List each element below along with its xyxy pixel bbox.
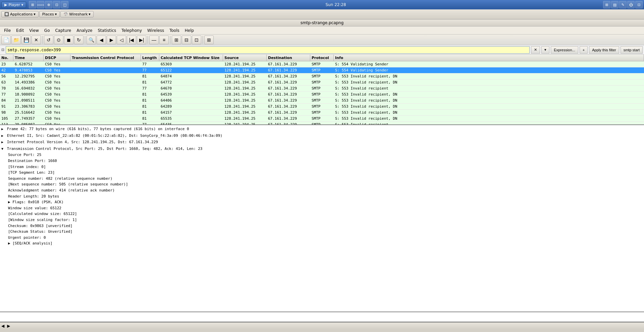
- toolbar-capture-options[interactable]: ⊙: [54, 36, 63, 44]
- toolbar-prev-mark[interactable]: ◁: [117, 36, 126, 44]
- col-header-protocol[interactable]: Transmission Control Protocol: [70, 55, 141, 61]
- sys-right-icon-1[interactable]: ⊞: [603, 1, 610, 8]
- toolbar-sep-2: [85, 36, 85, 44]
- cell-dest: 67.161.34.229: [267, 67, 310, 73]
- toolbar-next[interactable]: ▶: [107, 36, 116, 44]
- packet-row[interactable]: 70 16.694032 CS0 Yes 77 64670 128.241.19…: [0, 86, 644, 92]
- menu-view[interactable]: View: [26, 27, 41, 34]
- cell-source: 128.241.194.25: [223, 116, 267, 121]
- wireshark-window: smtp-strange.pcapng File Edit View Go Ca…: [0, 19, 644, 329]
- col-header-window[interactable]: Calculated TCP Window Size: [159, 55, 223, 61]
- packet-row[interactable]: 91 23.306783 CS0 Yes 81 64289 128.241.19…: [0, 104, 644, 110]
- toolbar-prev[interactable]: ◀: [97, 36, 106, 44]
- frame-expand-arrow: ▶: [1, 126, 3, 132]
- toolbar-stop[interactable]: ◼: [64, 36, 73, 44]
- filter-apply-btn[interactable]: Apply this filter: [589, 46, 619, 54]
- applications-menu[interactable]: 🔲 Applications ▾: [1, 11, 39, 17]
- cell-dscp: CS0 Yes: [44, 122, 70, 125]
- cell-window: 64772: [159, 79, 223, 85]
- filter-input[interactable]: [6, 46, 530, 54]
- sys-icon-1[interactable]: ⊞: [29, 1, 36, 8]
- detail-frame-section[interactable]: ▶ Frame 42: 77 bytes on wire (616 bits),…: [0, 126, 644, 132]
- toolbar-zoom-in[interactable]: ⊞: [172, 36, 181, 44]
- cell-dest: 67.161.34.229: [267, 61, 310, 67]
- menu-file[interactable]: File: [1, 27, 13, 34]
- toolbar-close[interactable]: ✕: [32, 36, 41, 44]
- cell-window: 65369: [159, 61, 223, 67]
- packet-row[interactable]: 23 6.628752 CS0 Yes 77 65369 128.241.194…: [0, 61, 644, 67]
- col-header-info[interactable]: Info: [334, 55, 644, 61]
- toolbar-colorize[interactable]: —: [149, 36, 159, 44]
- toolbar-zoom-out[interactable]: ⊟: [182, 36, 191, 44]
- detail-ethernet-section[interactable]: ▶ Ethernet II, Src: Cadant_22:a5:82 (00:…: [0, 132, 644, 139]
- status-scroll-right[interactable]: ▶: [7, 324, 10, 328]
- packet-row[interactable]: 63 14.493386 CS0 Yes 81 64772 128.241.19…: [0, 79, 644, 86]
- toolbar-autoscroll[interactable]: ≡: [159, 36, 169, 44]
- packet-row[interactable]: 77 18.900092 CS0 Yes 81 64539 128.241.19…: [0, 92, 644, 98]
- cell-prot: SMTP: [310, 116, 334, 121]
- packet-row[interactable]: 113 29.985007 CS0 Yes 77 65435 128.241.1…: [0, 122, 644, 125]
- col-header-no[interactable]: No.: [0, 55, 13, 61]
- packet-row[interactable]: 98 25.516642 CS0 Yes 81 64157 128.241.19…: [0, 110, 644, 116]
- packet-row[interactable]: 56 12.292795 CS0 Yes 81 64874 128.241.19…: [0, 73, 644, 79]
- toolbar-save[interactable]: 💾: [21, 36, 31, 44]
- packet-row[interactable]: 105 27.749357 CS0 Yes 81 65535 128.241.1…: [0, 116, 644, 122]
- toolbar-search[interactable]: 🔍: [87, 36, 96, 44]
- filter-start-btn[interactable]: smtp start: [621, 46, 643, 54]
- sys-icon-2[interactable]: ▭▭: [37, 1, 44, 8]
- menu-telephony[interactable]: Telephony: [119, 27, 145, 34]
- tcp-flags[interactable]: ▶ Flags: 0x018 (PSH, ACK): [0, 199, 644, 205]
- filter-clear-btn[interactable]: ✕: [531, 46, 540, 54]
- toolbar-first[interactable]: |◀: [127, 36, 136, 44]
- col-header-source[interactable]: Source: [223, 55, 267, 61]
- cell-source: 128.241.194.25: [223, 104, 267, 109]
- packet-row[interactable]: 84 21.098511 CS0 Yes 81 64406 128.241.19…: [0, 98, 644, 104]
- toolbar-zoom-normal[interactable]: ⊡: [192, 36, 201, 44]
- menu-tools[interactable]: Tools: [167, 27, 182, 34]
- toolbar-new[interactable]: 📄: [1, 36, 11, 44]
- detail-pane[interactable]: ▶ Frame 42: 77 bytes on wire (616 bits),…: [0, 125, 644, 312]
- ethernet-label: Ethernet II, Src: Cadant_22:a5:82 (00:01…: [7, 133, 222, 138]
- cell-length: 81: [141, 92, 159, 97]
- toolbar-restart[interactable]: ↻: [74, 36, 84, 44]
- col-header-prot[interactable]: Protocol: [310, 55, 334, 61]
- window-title: smtp-strange.pcapng: [301, 20, 344, 25]
- detail-ip-section[interactable]: ▶ Internet Protocol Version 4, Src: 128.…: [0, 139, 644, 146]
- sys-icon-4[interactable]: ⊡: [53, 1, 60, 8]
- col-header-length[interactable]: Length: [141, 55, 159, 61]
- sys-right-icon-4[interactable]: ⏻: [627, 1, 635, 8]
- packet-row[interactable]: 42 9.478853 CS0 Yes 77 65122 128.241.194…: [0, 67, 644, 73]
- system-icons: ⊞ ▭▭ ⊕ ⊡ ◫: [29, 1, 68, 8]
- menu-wireless[interactable]: Wireless: [145, 27, 167, 34]
- sys-icon-5[interactable]: ◫: [61, 1, 68, 8]
- sys-icon-3[interactable]: ⊕: [45, 1, 52, 8]
- filter-dropdown-btn[interactable]: ▾: [541, 46, 549, 54]
- menu-help[interactable]: Help: [182, 27, 197, 34]
- tcp-seq-ack-analysis[interactable]: ▶ [SEQ/ACK analysis]: [0, 240, 644, 246]
- toolbar-resize-cols[interactable]: ⊞: [204, 36, 214, 44]
- col-header-dscp[interactable]: DSCP: [44, 55, 70, 61]
- toolbar-sep-1: [42, 36, 43, 44]
- toolbar-last[interactable]: ▶|: [137, 36, 146, 44]
- menu-analyze[interactable]: Analyze: [74, 27, 95, 34]
- wireshark-taskbar[interactable]: 🦈 Wireshark ▾: [60, 11, 94, 17]
- toolbar-open[interactable]: 📁: [11, 36, 21, 44]
- menu-go[interactable]: Go: [42, 27, 53, 34]
- sys-right-icon-5[interactable]: ⊡: [635, 1, 643, 8]
- cell-info: S: 553 Invalid recipient: [334, 86, 644, 91]
- filter-expression-btn[interactable]: Expression...: [551, 46, 578, 54]
- detail-tcp-section[interactable]: ▼ Transmission Control Protocol, Src Por…: [0, 146, 644, 152]
- sys-right-icon-3[interactable]: ✎: [619, 1, 627, 8]
- col-header-dest[interactable]: Destination: [267, 55, 310, 61]
- status-scroll-left[interactable]: ◀: [1, 324, 4, 328]
- places-menu[interactable]: Places ▾: [39, 11, 60, 17]
- toolbar-reload[interactable]: ↺: [44, 36, 53, 44]
- filter-add-btn[interactable]: +: [580, 46, 588, 54]
- sys-right-icon-2[interactable]: ▤: [611, 1, 619, 8]
- menu-statistics[interactable]: Statistics: [95, 27, 119, 34]
- col-header-time[interactable]: Time: [13, 55, 44, 61]
- player-button[interactable]: ▶ Player ▾: [1, 2, 26, 8]
- menu-edit[interactable]: Edit: [13, 27, 26, 34]
- menu-capture[interactable]: Capture: [52, 27, 74, 34]
- cell-dscp: CS0 Yes: [44, 110, 70, 115]
